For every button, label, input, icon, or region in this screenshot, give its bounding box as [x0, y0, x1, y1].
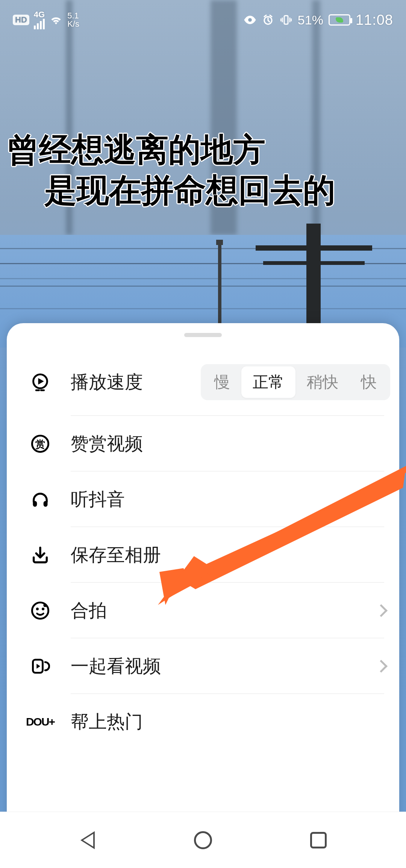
svg-point-11 [43, 603, 47, 607]
reward-icon: 赏 [29, 433, 51, 455]
reward-video-row[interactable]: 赏 赞赏视频 [7, 416, 399, 472]
nav-recent-button[interactable] [308, 830, 329, 851]
speed-option-faster[interactable]: 稍快 [295, 366, 350, 398]
svg-rect-2 [284, 16, 288, 24]
speed-segmented-control: 慢 正常 稍快 快 [201, 364, 390, 400]
bg-utility-pole-crossarm [263, 261, 365, 265]
playback-speed-label: 播放速度 [71, 370, 143, 394]
headphones-icon [29, 488, 51, 510]
video-caption: 曾经想逃离的地方 是现在拼命想回去的 [7, 130, 406, 210]
alarm-icon [262, 14, 274, 26]
status-bar: HD 4G 5.1 K/s 51% 11:08 [0, 7, 406, 33]
clock: 11:08 [356, 12, 393, 28]
battery-icon [329, 14, 350, 26]
reward-video-label: 赞赏视频 [71, 432, 143, 456]
playback-speed-icon [29, 371, 51, 393]
wifi-icon [49, 15, 63, 25]
listen-audio-row[interactable]: 听抖音 [7, 472, 399, 527]
listen-audio-label: 听抖音 [71, 487, 125, 511]
watch-together-label: 一起看视频 [71, 654, 161, 678]
svg-point-9 [36, 608, 39, 610]
video-caption-line: 是现在拼命想回去的 [7, 170, 406, 211]
save-to-album-label: 保存至相册 [71, 543, 161, 567]
bg-utility-pole-small [216, 240, 223, 245]
save-to-album-row[interactable]: 保存至相册 [7, 527, 399, 583]
sheet-grabber[interactable] [184, 333, 222, 337]
action-sheet[interactable]: 播放速度 慢 正常 稍快 快 赏 赞赏视频 听抖音 [7, 323, 399, 868]
vibrate-icon [280, 14, 292, 26]
nav-back-button[interactable] [77, 830, 98, 851]
svg-rect-6 [33, 501, 37, 507]
battery-percent: 51% [298, 13, 323, 27]
speed-option-slow[interactable]: 慢 [203, 366, 241, 398]
bg-wire [0, 286, 406, 287]
bg-wire [0, 278, 406, 279]
bg-utility-pole-crossarm [256, 245, 372, 251]
chevron-right-icon [375, 604, 388, 617]
cellular-icon: 4G [34, 11, 45, 29]
eye-comfort-icon [244, 14, 256, 26]
duet-icon [29, 600, 51, 622]
bg-wire [0, 308, 406, 309]
dou-plus-icon: DOU+ [29, 711, 51, 733]
video-caption-line: 曾经想逃离的地方 [7, 130, 406, 170]
playback-speed-row: 播放速度 慢 正常 稍快 快 [7, 348, 399, 416]
nav-home-button[interactable] [192, 830, 214, 851]
duet-row[interactable]: 合拍 [7, 583, 399, 638]
svg-text:赏: 赏 [35, 439, 45, 450]
android-nav-bar [0, 812, 406, 868]
watch-together-row[interactable]: 一起看视频 [7, 638, 399, 694]
dou-plus-row[interactable]: DOU+ 帮上热门 [7, 694, 399, 750]
network-speed: 5.1 K/s [67, 12, 79, 28]
duet-label: 合拍 [71, 599, 107, 623]
svg-point-0 [248, 18, 252, 22]
svg-rect-7 [44, 501, 48, 507]
svg-point-10 [42, 608, 44, 610]
watch-together-icon [29, 655, 51, 677]
hd-badge: HD [13, 15, 29, 25]
download-icon [29, 544, 51, 566]
dou-plus-label: 帮上热门 [71, 710, 143, 734]
chevron-right-icon [375, 660, 388, 673]
speed-option-normal[interactable]: 正常 [241, 366, 295, 398]
speed-option-fast[interactable]: 快 [350, 366, 388, 398]
